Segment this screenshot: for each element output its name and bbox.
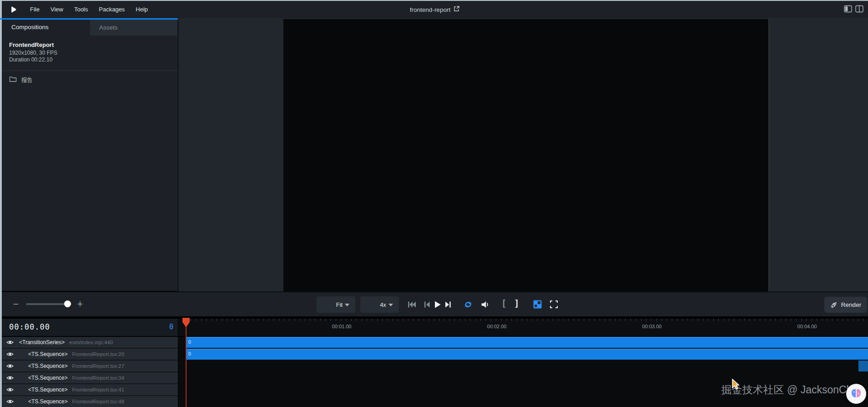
timeline-track-list: <TransitionSeries> esm/index.mjs:440 <TS… — [2, 337, 178, 407]
timeline-time-display: 00:00.00 0 — [2, 319, 178, 336]
menu-view[interactable]: View — [45, 1, 69, 18]
watermark: 掘金技术社区 @ JacksonChen — [722, 383, 864, 397]
track-name: <TS.Sequence> — [28, 375, 68, 381]
window-title-text: frontend-report — [410, 6, 450, 13]
extension-badge[interactable] — [846, 384, 866, 404]
transparency-background-toggle[interactable] — [533, 300, 542, 309]
composition-name[interactable]: FrontendReport — [9, 41, 54, 48]
set-out-point-button[interactable]: ] — [514, 298, 519, 308]
composition-meta: 1920x1080, 30 FPS — [9, 50, 57, 56]
ruler-label-1s: 00:01.00 — [332, 324, 352, 329]
sequence-bar-ts20[interactable]: 0 — [186, 349, 868, 360]
menu-tools[interactable]: Tools — [69, 1, 93, 18]
timeline-zoom-in-button[interactable]: + — [75, 298, 86, 310]
track-row-sequence-48[interactable]: <TS.Sequence> FrontendReport.tsx:48 — [2, 396, 178, 407]
menu-help[interactable]: Help — [130, 1, 153, 18]
current-time: 00:00.00 — [9, 322, 50, 331]
track-name: <TS.Sequence> — [28, 351, 68, 357]
render-button[interactable]: Render — [824, 297, 867, 313]
preview-divider — [768, 18, 769, 291]
folder-icon — [9, 76, 17, 84]
fullscreen-button[interactable] — [550, 300, 558, 309]
track-source[interactable]: FrontendReport.tsx:48 — [72, 399, 124, 404]
track-row-transitionseries[interactable]: <TransitionSeries> esm/index.mjs:440 — [2, 337, 178, 348]
mouse-cursor — [732, 379, 742, 393]
set-in-point-button[interactable]: [ — [501, 298, 506, 308]
play-button[interactable] — [434, 300, 441, 309]
track-row-sequence-20[interactable]: <TS.Sequence> FrontendReport.tsx:20 — [2, 349, 178, 360]
volume-button[interactable] — [480, 300, 490, 309]
sidebar-divider — [2, 71, 178, 71]
size-select[interactable]: Fit — [317, 296, 355, 313]
eye-icon[interactable] — [5, 397, 15, 406]
toggle-left-panel-icon[interactable] — [844, 5, 852, 15]
composition-duration: Duration 00:22.10 — [9, 56, 52, 63]
playhead-line[interactable] — [186, 319, 187, 407]
sequence-bar-ts27-fragment[interactable] — [858, 361, 868, 371]
size-select-value: Fit — [336, 301, 343, 308]
timeline-zoom-out-button[interactable]: − — [11, 299, 21, 310]
track-source[interactable]: FrontendReport.tsx:34 — [72, 375, 124, 381]
track-name: <TS.Sequence> — [28, 387, 68, 393]
menu-bar: File View Tools Packages Help frontend-r… — [2, 1, 868, 18]
loop-toggle-button[interactable] — [463, 300, 474, 309]
track-source[interactable]: FrontendReport.tsx:20 — [72, 351, 124, 357]
timeline-zoom-slider-knob[interactable] — [64, 300, 71, 307]
track-source[interactable]: FrontendReport.tsx:41 — [72, 387, 124, 392]
track-name: <TS.Sequence> — [28, 398, 68, 405]
track-row-sequence-27[interactable]: <TS.Sequence> FrontendReport.tsx:27 — [2, 361, 178, 371]
folder-label: 报告 — [21, 76, 33, 84]
brain-icon — [850, 388, 863, 400]
render-button-label: Render — [841, 301, 861, 308]
menu-items: File View Tools Packages Help — [25, 1, 153, 18]
remotion-logo-icon[interactable] — [9, 5, 18, 14]
playback-rate-select[interactable]: 4x — [360, 296, 399, 313]
ruler-label-2s: 00:02.00 — [487, 324, 507, 329]
sequence-bar-label: 0 — [188, 339, 191, 345]
video-canvas[interactable] — [283, 19, 768, 291]
menu-file[interactable]: File — [25, 1, 45, 18]
control-bar: − + Fit 4x — [2, 291, 868, 316]
eye-icon[interactable] — [5, 362, 15, 370]
folder-item[interactable]: 报告 — [2, 74, 178, 86]
track-name: <TS.Sequence> — [28, 363, 68, 369]
timeline-ruler[interactable]: 00:01.00 00:02.00 00:03.00 00:04.00 — [178, 319, 868, 336]
eye-icon[interactable] — [5, 338, 15, 346]
tab-assets[interactable]: Assets — [90, 20, 177, 36]
ruler-label-3s: 00:03.00 — [642, 324, 662, 329]
rocket-icon — [830, 301, 838, 309]
previous-frame-button[interactable] — [424, 301, 430, 308]
ruler-label-4s: 00:04.00 — [797, 324, 817, 329]
track-source[interactable]: FrontendReport.tsx:27 — [72, 363, 124, 369]
track-row-sequence-34[interactable]: <TS.Sequence> FrontendReport.tsx:34 — [2, 372, 178, 383]
track-name: <TransitionSeries> — [19, 339, 65, 346]
eye-icon[interactable] — [5, 374, 15, 382]
track-row-sequence-41[interactable]: <TS.Sequence> FrontendReport.tsx:41 — [2, 384, 178, 395]
track-source[interactable]: esm/index.mjs:440 — [69, 340, 113, 345]
menu-packages[interactable]: Packages — [93, 1, 130, 18]
playback-rate-value: 4x — [380, 301, 386, 308]
chevron-down-icon — [345, 304, 349, 306]
eye-icon[interactable] — [5, 386, 15, 394]
chevron-down-icon — [389, 304, 393, 306]
external-link-icon — [454, 5, 460, 14]
tab-assets-label: Assets — [99, 24, 118, 31]
tab-compositions[interactable]: Compositions — [11, 24, 49, 31]
eye-icon[interactable] — [5, 350, 15, 358]
sequence-bar-transitionseries[interactable]: 0 — [186, 337, 868, 348]
toggle-right-panel-icon[interactable] — [855, 5, 863, 15]
ruler-ticks — [186, 319, 868, 321]
preview-panel — [178, 18, 868, 291]
window-title[interactable]: frontend-report — [410, 1, 460, 18]
next-frame-button[interactable] — [445, 301, 451, 308]
sequence-bar-label: 0 — [188, 351, 191, 356]
remotion-studio-window: File View Tools Packages Help frontend-r… — [0, 0, 868, 407]
left-sidebar: Compositions Assets FrontendReport 1920x… — [2, 20, 178, 291]
current-frame: 0 — [169, 323, 173, 331]
skip-to-start-button[interactable] — [408, 301, 416, 308]
panel-toggles — [844, 1, 863, 18]
